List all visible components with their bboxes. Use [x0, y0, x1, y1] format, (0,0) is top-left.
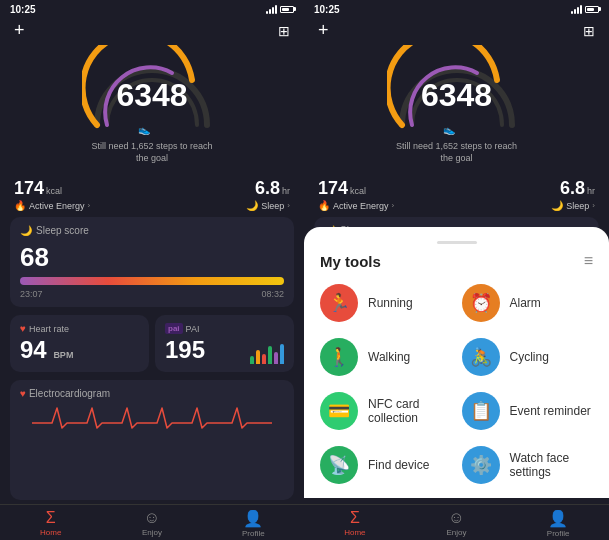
grid-button-right[interactable]: ⊞: [583, 23, 595, 39]
status-bar-right: 10:25: [304, 0, 609, 18]
add-button-left[interactable]: +: [14, 20, 25, 41]
heart-rate-card-left: ♥ Heart rate 94 BPM: [10, 315, 149, 372]
stats-row-right: 174 kcal 🔥 Active Energy › 6.8 hr 🌙 Slee…: [304, 172, 609, 213]
tool-nfc[interactable]: 💳 NFC card collection: [320, 392, 452, 430]
heart-icon-left: ♥: [20, 323, 26, 334]
pai-chart-left: [250, 340, 284, 364]
ecg-card-left: ♥ Electrocardiogram: [10, 380, 294, 500]
sleep-bar-left: [20, 277, 284, 285]
find-icon: 📡: [320, 446, 358, 484]
moon-icon-right: 🌙: [551, 200, 563, 211]
tool-watchface[interactable]: ⚙️ Watch face settings: [462, 446, 594, 484]
battery-icon-left: [280, 6, 294, 13]
overlay-title: My tools: [320, 253, 381, 270]
nav-enjoy-right[interactable]: ☺ Enjoy: [406, 509, 508, 538]
battery-icon-right: [585, 6, 599, 13]
top-header-left: + ⊞: [0, 18, 304, 45]
steps-area-right: 👟 6348 Still need 1,652 steps to reachth…: [304, 45, 609, 172]
ecg-wave-left: [20, 403, 284, 433]
kcal-stat-right: 174 kcal 🔥 Active Energy ›: [318, 178, 394, 211]
two-col-left: ♥ Heart rate 94 BPM pai PAI 195: [10, 315, 294, 372]
steps-number-left: 6348: [116, 77, 187, 114]
nfc-label: NFC card collection: [368, 397, 452, 426]
flame-icon-right: 🔥: [318, 200, 330, 211]
nav-enjoy-left[interactable]: ☺ Enjoy: [101, 509, 202, 538]
status-bar-left: 10:25: [0, 0, 304, 18]
signal-bars-right: [571, 5, 582, 14]
active-energy-label-left: Active Energy: [29, 201, 85, 211]
profile-nav-icon-left: 👤: [243, 509, 263, 528]
stats-row-left: 174 kcal 🔥 Active Energy › 6.8 hr 🌙 Slee…: [0, 172, 304, 213]
status-time-right: 10:25: [314, 4, 340, 15]
status-icons-right: [571, 5, 599, 14]
tool-event[interactable]: 📋 Event reminder: [462, 392, 594, 430]
tool-alarm[interactable]: ⏰ Alarm: [462, 284, 594, 322]
tool-find[interactable]: 📡 Find device: [320, 446, 452, 484]
grid-button-left[interactable]: ⊞: [278, 23, 290, 39]
cycling-icon: 🚴: [462, 338, 500, 376]
sleep-label-right: Sleep: [566, 201, 589, 211]
overlay-handle: [437, 241, 477, 244]
sleep-score-card-left: 🌙 Sleep score 68 23:07 08:32: [10, 217, 294, 307]
sleep-label-left: Sleep: [261, 201, 284, 211]
pai-card-left: pai PAI 195: [155, 315, 294, 372]
left-panel: 10:25 + ⊞: [0, 0, 304, 540]
sleep-stat-right: 6.8 hr 🌙 Sleep ›: [551, 178, 595, 211]
my-tools-overlay: My tools ≡ 🏃 Running ⏰ Alarm 🚶 Walking 🚴…: [304, 227, 609, 498]
nav-profile-left[interactable]: 👤 Profile: [203, 509, 304, 538]
event-icon: 📋: [462, 392, 500, 430]
nfc-icon: 💳: [320, 392, 358, 430]
nav-home-right[interactable]: Σ Home: [304, 509, 406, 538]
tool-walking[interactable]: 🚶 Walking: [320, 338, 452, 376]
svg-text:👟: 👟: [138, 123, 151, 136]
nav-profile-right[interactable]: 👤 Profile: [507, 509, 609, 538]
active-energy-label-right: Active Energy: [333, 201, 389, 211]
top-header-right: + ⊞: [304, 18, 609, 45]
steps-circle-right: 👟 6348: [387, 45, 527, 145]
moon-icon-left: 🌙: [246, 200, 258, 211]
flame-icon-left: 🔥: [14, 200, 26, 211]
pai-value-left: 195: [165, 336, 205, 364]
enjoy-nav-icon-left: ☺: [144, 509, 160, 527]
right-panel: 10:25 + ⊞ 👟: [304, 0, 609, 540]
svg-text:👟: 👟: [443, 123, 456, 136]
sleep-times-left: 23:07 08:32: [20, 289, 284, 299]
watchface-icon: ⚙️: [462, 446, 500, 484]
walking-icon: 🚶: [320, 338, 358, 376]
event-label: Event reminder: [510, 404, 591, 418]
home-nav-icon-right: Σ: [350, 509, 360, 527]
status-time-left: 10:25: [10, 4, 36, 15]
running-icon: 🏃: [320, 284, 358, 322]
enjoy-nav-icon-right: ☺: [448, 509, 464, 527]
bottom-nav-left: Σ Home ☺ Enjoy 👤 Profile: [0, 504, 304, 540]
moon-icon-sleep-left: 🌙: [20, 225, 32, 236]
watchface-label: Watch face settings: [510, 451, 594, 480]
steps-area-left: 👟 6348 Still need 1,652 steps to reachth…: [0, 45, 304, 172]
status-icons-left: [266, 5, 294, 14]
alarm-icon: ⏰: [462, 284, 500, 322]
tool-running[interactable]: 🏃 Running: [320, 284, 452, 322]
pai-logo-left: pai: [165, 323, 183, 334]
cycling-label: Cycling: [510, 350, 549, 364]
heart-rate-value-left: 94 BPM: [20, 336, 139, 364]
tools-grid: 🏃 Running ⏰ Alarm 🚶 Walking 🚴 Cycling 💳 …: [320, 284, 593, 484]
signal-bars-left: [266, 5, 277, 14]
sleep-score-value-left: 68: [20, 242, 49, 273]
overlay-header: My tools ≡: [320, 252, 593, 270]
steps-circle-left: 👟 6348: [82, 45, 222, 145]
kcal-stat-left: 174 kcal 🔥 Active Energy ›: [14, 178, 90, 211]
nav-home-left[interactable]: Σ Home: [0, 509, 101, 538]
steps-number-right: 6348: [421, 77, 492, 114]
profile-nav-icon-right: 👤: [548, 509, 568, 528]
find-label: Find device: [368, 458, 429, 472]
running-label: Running: [368, 296, 413, 310]
bottom-nav-right: Σ Home ☺ Enjoy 👤 Profile: [304, 504, 609, 540]
alarm-label: Alarm: [510, 296, 541, 310]
ecg-heart-icon-left: ♥: [20, 388, 26, 399]
tool-cycling[interactable]: 🚴 Cycling: [462, 338, 594, 376]
home-nav-icon-left: Σ: [46, 509, 56, 527]
menu-icon[interactable]: ≡: [584, 252, 593, 270]
walking-label: Walking: [368, 350, 410, 364]
sleep-stat-left: 6.8 hr 🌙 Sleep ›: [246, 178, 290, 211]
add-button-right[interactable]: +: [318, 20, 329, 41]
